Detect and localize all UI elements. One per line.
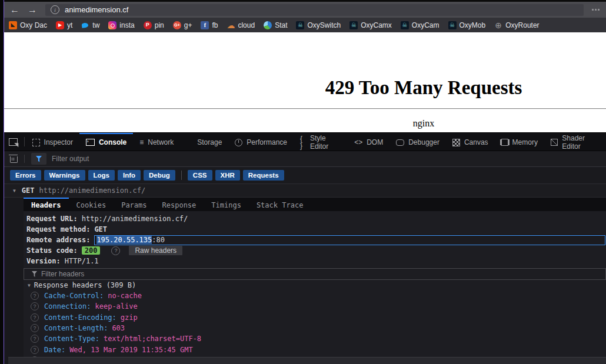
page-content: 429 Too Many Requests nginx <box>4 32 606 132</box>
tab-debugger[interactable]: Debugger <box>389 133 446 151</box>
instagram-icon <box>108 21 116 29</box>
bookmark-gplus[interactable]: G+g+ <box>173 21 192 29</box>
bookmark-fb[interactable]: ffb <box>201 21 218 29</box>
pick-element-icon <box>9 138 18 146</box>
bookmark-tw[interactable]: tw <box>81 21 99 29</box>
bookmark-oxycamx[interactable]: ☠OxyCamx <box>349 21 392 29</box>
header-row-cache-control[interactable]: ? Cache-Control: no-cache <box>24 290 606 301</box>
site-info-icon[interactable]: i <box>51 5 59 14</box>
header-row-date[interactable]: ? Date: Wed, 13 Mar 2019 11:35:45 GMT <box>24 344 606 355</box>
bookmark-oxymob[interactable]: ☠OxyMob <box>448 21 486 29</box>
tab-performance[interactable]: Performance <box>228 133 294 151</box>
tab-shader-editor[interactable]: Shader Editor <box>544 133 606 151</box>
console-icon: › <box>86 139 95 146</box>
tab-dom[interactable]: <>DOM <box>348 133 389 151</box>
filter-output-input[interactable]: Filter output <box>52 155 89 163</box>
filter-funnel-icon <box>36 156 42 162</box>
url-bar[interactable]: i animedimension.cf <box>45 4 584 16</box>
pie-chart-icon <box>264 21 272 29</box>
filter-info-button[interactable]: Info <box>118 170 141 181</box>
header-help-icon[interactable]: ? <box>31 324 39 332</box>
tab-console[interactable]: ›Console <box>79 133 133 151</box>
request-url-value: http://animedimension.cf/ <box>82 215 188 223</box>
header-help-icon[interactable]: ? <box>31 346 39 354</box>
youtube-icon: ▶ <box>56 21 64 29</box>
facebook-icon: f <box>201 21 209 29</box>
request-url[interactable]: http://animedimension.cf/ <box>39 186 146 195</box>
remote-address-field[interactable]: 195.20.55.135:80 <box>94 235 605 245</box>
skull-icon: ☠ <box>296 21 304 29</box>
bookmark-oxy-dac[interactable]: ◣Oxy Dac <box>9 21 47 29</box>
selected-ip: 195.20.55.135 <box>96 236 152 244</box>
header-row-content-encoding[interactable]: ? Content-Encoding: gzip <box>24 312 606 323</box>
forward-button[interactable]: → <box>28 5 37 15</box>
tab-memory[interactable]: Memory <box>495 133 544 151</box>
bookmark-oxyrouter[interactable]: ⊕OxyRouter <box>494 21 539 29</box>
header-help-icon[interactable]: ? <box>31 302 39 310</box>
bookmark-yt[interactable]: ▶yt <box>56 21 72 29</box>
tab-canvas[interactable]: Canvas <box>446 133 495 151</box>
bookmark-stat[interactable]: Stat <box>264 21 287 29</box>
status-code-row: Status code: 200 ? Raw headers <box>24 245 606 256</box>
back-button[interactable]: ← <box>10 5 19 15</box>
net-tab-cookies[interactable]: Cookies <box>69 198 114 211</box>
angle-brackets-icon: <> <box>354 139 362 146</box>
version-value: HTTP/1.1 <box>65 257 99 265</box>
bookmark-cloud[interactable]: ☁cloud <box>227 21 255 29</box>
remote-address-row: Remote address: 195.20.55.135:80 <box>24 235 606 245</box>
horizontal-scrollbar[interactable] <box>8 357 606 364</box>
filter-css-button[interactable]: CSS <box>188 170 212 181</box>
tab-storage[interactable]: Storage <box>180 133 228 151</box>
net-tab-headers[interactable]: Headers <box>24 198 69 211</box>
storage-icon <box>187 139 193 146</box>
raw-headers-button[interactable]: Raw headers <box>129 246 182 255</box>
header-row-content-length[interactable]: ? Content-Length: 603 <box>24 323 606 333</box>
tab-network[interactable]: ≡Network <box>133 133 180 151</box>
filter-xhr-button[interactable]: XHR <box>215 170 240 181</box>
collapse-caret-icon[interactable]: ▼ <box>13 188 16 193</box>
server-name: nginx <box>413 118 434 129</box>
filter-warnings-button[interactable]: Warnings <box>44 170 85 181</box>
network-details-panel: Headers Cookies Params Response Timings … <box>24 198 606 364</box>
header-help-icon[interactable]: ? <box>31 313 39 322</box>
clear-console-icon[interactable] <box>10 156 18 163</box>
screenshot-root: ← → i animedimension.cf ◣Oxy Dac ▶yt tw … <box>0 0 606 364</box>
filter-toggle-button[interactable] <box>31 153 46 165</box>
filter-debug-button[interactable]: Debug <box>144 170 175 181</box>
bookmark-insta[interactable]: insta <box>108 21 134 29</box>
skull-icon: ☠ <box>349 21 358 29</box>
page-actions-icon[interactable] <box>592 9 600 11</box>
pick-element-button[interactable] <box>4 133 23 151</box>
skull-icon: ☠ <box>448 21 457 29</box>
collapse-caret-icon: ▼ <box>28 283 31 288</box>
globe-icon: ⊕ <box>494 21 502 29</box>
filter-buttons-separator <box>181 171 182 180</box>
header-help-icon[interactable]: ? <box>31 292 39 300</box>
filter-separator <box>24 155 25 163</box>
filter-headers-input[interactable]: Filter headers <box>24 268 606 280</box>
filter-logs-button[interactable]: Logs <box>88 170 115 181</box>
console-network-message[interactable]: ▼ GET http://animedimension.cf/ <box>4 184 606 198</box>
response-headers-summary[interactable]: ▼ Response headers (309 B) <box>24 280 606 290</box>
bookmark-oxycam[interactable]: ☠OxyCam <box>401 21 439 29</box>
tab-inspector[interactable]: Inspector <box>26 133 79 151</box>
net-tab-response[interactable]: Response <box>155 198 204 211</box>
status-help-icon[interactable]: ? <box>111 246 120 255</box>
request-url-row: Request URL: http://animedimension.cf/ <box>24 213 606 224</box>
request-method: GET <box>22 186 35 195</box>
header-row-connection[interactable]: ? Connection: keep-alive <box>24 301 606 312</box>
filter-requests-button[interactable]: Requests <box>243 170 284 181</box>
memory-chip-icon <box>501 139 508 146</box>
header-row-content-type[interactable]: ? Content-Type: text/html;charset=UTF-8 <box>24 333 606 344</box>
net-tab-timings[interactable]: Timings <box>204 198 249 211</box>
network-tab-strip: Headers Cookies Params Response Timings … <box>24 198 606 211</box>
bookmark-oxyswitch[interactable]: ☠OxySwitch <box>296 21 341 29</box>
header-help-icon[interactable]: ? <box>31 335 39 343</box>
filter-errors-button[interactable]: Errors <box>10 170 41 181</box>
url-text[interactable]: animedimension.cf <box>65 5 128 14</box>
net-tab-params[interactable]: Params <box>114 198 154 211</box>
net-tab-stack-trace[interactable]: Stack Trace <box>249 198 311 211</box>
bookmark-pin[interactable]: Ppin <box>144 21 164 29</box>
tab-style-editor[interactable]: { }Style Editor <box>294 133 348 151</box>
performance-icon <box>235 139 242 146</box>
